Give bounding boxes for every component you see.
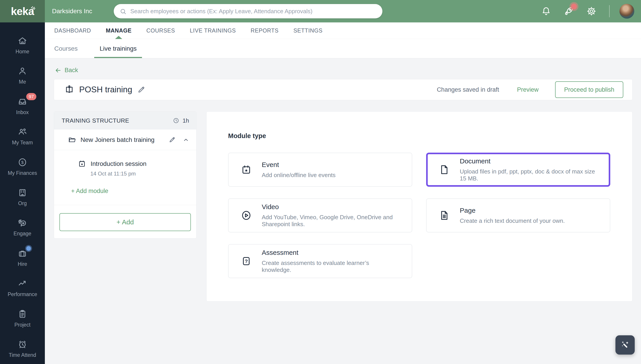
video-play-icon [241, 210, 252, 221]
sidebar-label: Hire [18, 261, 27, 267]
training-structure-title: TRAINING STRUCTURE [62, 117, 129, 124]
module-datetime: 14 Oct at 11:15 pm [90, 170, 190, 177]
sidebar-label: My Finances [8, 170, 37, 176]
folder-icon [68, 136, 76, 144]
card-title: Page [460, 207, 565, 214]
card-title: Event [262, 161, 336, 168]
assessment-question-icon: ? [241, 256, 252, 267]
sidebar-item-home[interactable]: Home [0, 30, 45, 60]
inbox-icon [18, 96, 27, 106]
svg-text:$: $ [21, 160, 24, 164]
tab-dashboard[interactable]: DASHBOARD [54, 22, 91, 39]
card-description: Add YouTube, Vimeo, Google Drive, OneDri… [262, 214, 400, 228]
inbox-count-badge: 97 [26, 93, 36, 100]
sidebar-item-performance[interactable]: Performance [0, 273, 45, 303]
module-type-panel: Module type Event Add onli [206, 112, 632, 302]
module-type-card-assessment[interactable]: ? Assessment Create assessments to evalu… [228, 244, 412, 278]
global-search [114, 4, 382, 18]
sidebar-item-hire[interactable]: Hire [0, 242, 45, 273]
search-icon [120, 8, 127, 15]
tab-settings[interactable]: SETTINGS [293, 22, 323, 39]
logo-spark-icon [30, 4, 36, 10]
ai-assistant-wand-button[interactable] [615, 335, 635, 354]
tab-manage[interactable]: MANAGE [106, 22, 132, 39]
edit-chapter-pencil-icon[interactable] [169, 136, 176, 143]
sidebar-item-my-team[interactable]: My Team [0, 121, 45, 151]
rocket-notification-dot [571, 4, 577, 10]
module-type-card-page[interactable]: Page Create a rich text document of your… [426, 198, 610, 232]
sidebar-item-engage[interactable]: Engage [0, 212, 45, 242]
module-title: Introduction session [91, 160, 147, 168]
training-header-card: POSH training Changes saved in draft Pre… [54, 79, 632, 100]
add-chapter-button[interactable]: + Add [60, 213, 191, 231]
hire-notification-dot [26, 246, 31, 251]
org-building-icon [18, 188, 27, 198]
sidebar: Home Me 97 Inbox [0, 22, 45, 364]
hire-briefcase-icon [18, 248, 27, 258]
clock-icon [173, 117, 179, 124]
performance-trend-icon [18, 278, 27, 288]
company-name: Darksiders Inc [52, 8, 92, 15]
tab-live-trainings[interactable]: LIVE TRAININGS [190, 22, 236, 39]
training-structure-panel: TRAINING STRUCTURE 1h [54, 112, 197, 238]
content-area: Back POSH training [45, 58, 641, 364]
sidebar-item-me[interactable]: Me [0, 60, 45, 90]
back-label: Back [65, 67, 78, 74]
user-avatar[interactable] [619, 4, 634, 18]
module-type-heading: Module type [228, 132, 610, 140]
settings-gear-icon[interactable] [586, 6, 596, 16]
sidebar-label: Engage [14, 231, 31, 237]
subtab-courses[interactable]: Courses [54, 39, 78, 58]
whats-new-rocket-icon[interactable] [563, 6, 574, 16]
engage-chat-icon [18, 218, 27, 228]
sidebar-item-inbox[interactable]: 97 Inbox [0, 91, 45, 121]
sidebar-label: Project [14, 322, 31, 328]
search-input[interactable] [114, 4, 382, 18]
sidebar-item-project[interactable]: Project [0, 303, 45, 334]
module-type-card-video[interactable]: Video Add YouTube, Vimeo, Google Drive, … [228, 198, 412, 232]
card-description: Create assessments to evaluate learner’s… [262, 260, 400, 274]
collapse-chevron-up-icon[interactable] [183, 137, 189, 143]
app-window: keka Darksiders Inc [0, 0, 641, 364]
sidebar-label: Me [19, 79, 26, 85]
card-title: Document [460, 157, 598, 165]
sidebar-item-time-attend[interactable]: Time Attend [0, 334, 45, 364]
back-link[interactable]: Back [55, 67, 78, 74]
arrow-left-icon [55, 67, 62, 74]
module-nav-tabs: DASHBOARD MANAGE COURSES LIVE TRAININGS … [45, 22, 641, 39]
proceed-to-publish-button[interactable]: Proceed to publish [555, 81, 623, 98]
module-type-card-document[interactable]: Document Upload files in pdf, ppt, pptx,… [426, 153, 610, 187]
notifications-bell-icon[interactable] [541, 6, 551, 16]
sidebar-label: Inbox [16, 110, 29, 116]
card-title: Assessment [262, 249, 400, 256]
project-clipboard-icon [18, 309, 27, 319]
duration-value: 1h [183, 117, 189, 124]
finances-dollar-icon: $ [18, 157, 27, 167]
manage-sub-tabs: Courses Live trainings [45, 39, 641, 58]
svg-text:?: ? [245, 258, 248, 264]
event-calendar-icon [241, 164, 252, 175]
sidebar-label: Home [16, 49, 29, 55]
keka-logo[interactable]: keka [0, 0, 45, 22]
sidebar-item-my-finances[interactable]: $ My Finances [0, 152, 45, 182]
module-type-card-event[interactable]: Event Add online/offline live events [228, 153, 412, 187]
home-icon [18, 36, 27, 46]
sidebar-label: Org [18, 200, 27, 206]
chapter-folder-row[interactable]: New Joiners batch training [54, 130, 196, 150]
sidebar-item-org[interactable]: Org [0, 182, 45, 212]
add-module-link[interactable]: + Add module [71, 188, 108, 194]
subtab-live-trainings[interactable]: Live trainings [100, 39, 137, 58]
module-item-introduction-session[interactable]: Introduction session 14 Oct at 11:15 pm [54, 150, 196, 177]
magic-wand-icon [620, 340, 630, 350]
document-file-icon [439, 164, 450, 175]
person-icon [18, 66, 27, 76]
preview-link[interactable]: Preview [517, 86, 538, 93]
card-title: Video [262, 203, 400, 211]
time-attend-clock-icon [18, 339, 27, 349]
tab-courses[interactable]: COURSES [146, 22, 175, 39]
edit-title-pencil-icon[interactable] [137, 86, 145, 94]
sidebar-label: Time Attend [9, 352, 36, 358]
tab-reports[interactable]: REPORTS [251, 22, 279, 39]
sidebar-label: My Team [12, 140, 33, 146]
draft-status-text: Changes saved in draft [437, 86, 499, 93]
